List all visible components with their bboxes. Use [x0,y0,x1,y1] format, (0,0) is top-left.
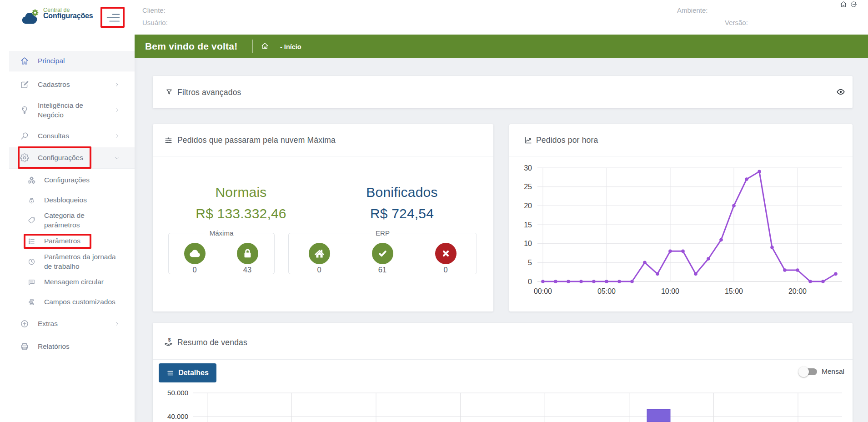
panel-header: Filtros avançados [153,76,853,108]
message-icon [28,278,35,286]
stack-icon [28,298,35,306]
eye-icon[interactable] [836,87,845,96]
sidebar-item-icon [20,131,29,141]
hand-money-icon: $ [164,337,174,347]
stat-group-legend-row: Máxima [169,229,274,237]
cloud-circle-icon [184,243,206,264]
stat-value: 0 [305,266,334,274]
breadcrumb-home-icon[interactable] [261,42,269,50]
stat-value: 0 [180,266,209,274]
svg-text:50.000: 50.000 [167,389,188,397]
line-chart-icon [524,136,532,145]
panel-header: Pedidos que passaram pela nuvem Máxima [153,124,493,156]
panel-divider [153,156,493,156]
sidebar-item-relatorios[interactable]: Relatórios [0,337,135,357]
sidebar-item-label: Inteligência deNegócio [38,100,110,120]
sidebar-item-inteligencia[interactable]: Inteligência deNegócio [0,100,135,120]
sidebar-item-extras[interactable]: Extras [0,314,135,334]
sidebar-item-sub-configuracoes[interactable]: Configurações [0,170,135,190]
chevron-right-icon [114,107,120,113]
sidebar-chevron [114,81,120,88]
sidebar-item-principal[interactable]: Principal [9,51,135,71]
share-icon [28,176,35,184]
resumo-vendas-panel: $ Resumo de vendas Detalhes Mensal 50.00… [153,323,853,422]
svg-text:30: 30 [524,164,532,172]
filters-title: Filtros avançados [177,88,241,97]
chevron-right-icon [114,321,120,327]
normais-value: R$ 133.332,46 [173,206,309,221]
sidebar-item-icon [28,176,35,184]
home-icon[interactable] [839,0,848,8]
sidebar-item-label: Relatórios [38,342,110,352]
sidebar-item-label: Parâmetros da jornadade trabalho [44,252,117,271]
home-icon [20,56,29,65]
chevron-down-icon [114,155,120,161]
hourly-orders-line-chart[interactable]: 05101520253000:0005:0010:0015:0020:00 [509,156,853,311]
pedidos-por-hora-card: Pedidos por hora 05101520253000:0005:001… [509,124,853,311]
sidebar-item-icon [20,319,29,328]
stat-value: 61 [368,266,397,274]
stat-cross: 0 [431,243,460,274]
stat-group-legend: Máxima [205,229,239,237]
advanced-filters-panel[interactable]: Filtros avançados [153,76,853,108]
resumo-title: Resumo de vendas [177,338,247,347]
eye-icon [836,87,845,96]
sidebar-item-mensagem-circular[interactable]: Mensagem circular [0,272,135,292]
svg-text:20: 20 [524,202,532,210]
sidebar-chevron [114,321,120,327]
svg-text:05:00: 05:00 [597,287,616,295]
check-circle-icon [372,243,393,264]
filter-funnel-icon [166,88,173,96]
edit-icon [20,80,29,89]
sidebar-item-parametros[interactable]: Parâmetros [0,231,135,251]
label-line: parâmetros [44,220,117,230]
sidebar-item-label: Configurações [38,153,110,163]
sidebar-item-cadastros[interactable]: Cadastros [0,75,135,95]
stat-value: 0 [431,266,460,274]
sales-summary-bar-chart[interactable]: 50.00040.000 [153,359,853,422]
sidebar-item-icon [28,258,35,266]
logout-icon [849,0,858,8]
chevron-right-icon [114,133,120,139]
sliders-icon [164,136,173,145]
svg-text:15:00: 15:00 [725,287,743,295]
sliders-icon [164,136,173,145]
cross-circle-icon [435,243,457,264]
line-chart-icon [524,136,532,145]
list-icon [28,237,35,245]
breadcrumb-home-icon [261,42,269,50]
home-icon [839,0,848,8]
sidebar-toggle-button[interactable] [102,9,122,26]
svg-text:$: $ [168,337,171,342]
banner-divider [252,40,253,53]
sidebar-item-configuracoes[interactable]: Configurações [9,147,135,169]
sidebar-item-label: Categoria deparâmetros [44,211,117,230]
bonificados-label: Bonificados [334,185,470,200]
svg-text:10:00: 10:00 [661,287,679,295]
sidebar-item-desbloqueios[interactable]: Desbloqueios [0,190,135,210]
sidebar-item-label: Principal [38,56,110,66]
tag-icon [28,216,35,224]
svg-text:20:00: 20:00 [788,287,807,295]
filter-funnel-icon [166,88,173,96]
stat-group-legend: ERP [371,229,395,237]
svg-text:10: 10 [524,240,532,247]
label-line: Categoria de [44,211,117,221]
hamburger-menu-icon [102,9,122,26]
environment-label: Ambiente: [677,6,708,14]
sidebar-item-label: Cadastros [38,80,110,90]
sidebar-item-icon [28,237,35,245]
sidebar-nav: PrincipalCadastrosInteligência deNegócio… [0,35,135,422]
app-logo[interactable]: Central de Configurações [21,7,100,29]
logout-icon[interactable] [849,0,858,8]
pedidos-card-title: Pedidos que passaram pela nuvem Máxima [177,136,336,145]
sidebar-item-jornada[interactable]: Parâmetros da jornadade trabalho [0,251,135,271]
client-label: Cliente: [142,6,166,14]
printer-icon [20,342,29,351]
stat-value: 43 [233,266,262,274]
clock-icon [28,258,35,266]
sidebar-item-campos-customizados[interactable]: Campos customizados [0,292,135,312]
sidebar-item-consultas[interactable]: Consultas [0,126,135,146]
bonificados-value: R$ 724,54 [334,206,470,221]
sidebar-item-categoria-parametros[interactable]: Categoria deparâmetros [0,210,135,230]
